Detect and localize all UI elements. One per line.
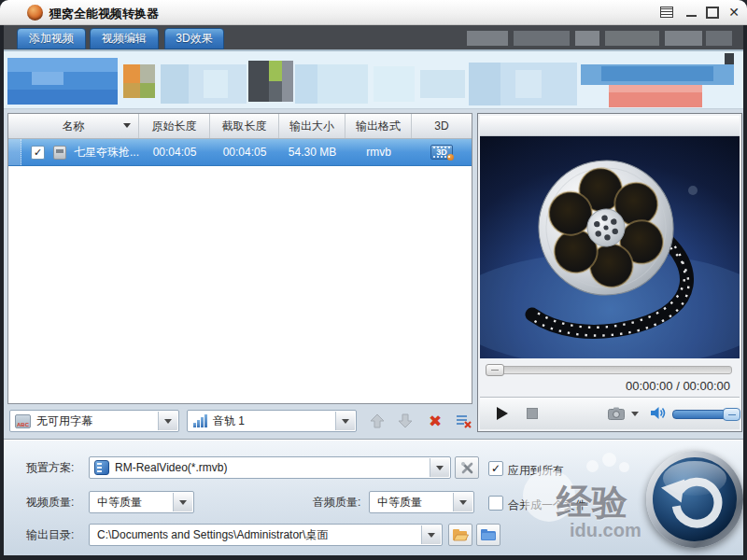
- censored-block: [123, 64, 140, 83]
- open-output-folder-button[interactable]: [448, 524, 472, 546]
- app-window: 狸窝全能视频转换器 ✕ 添加视频 视频编辑 3D效果: [0, 0, 747, 560]
- preset-settings-button[interactable]: [455, 456, 479, 479]
- file-list-panel: 名称 原始长度 截取长度 输出大小 输出格式 3D: [7, 113, 472, 404]
- censored-block: [295, 64, 317, 104]
- preset-select-value: RM-RealVideo(*.rmvb): [115, 461, 227, 474]
- preset-format-icon: [94, 460, 109, 475]
- settings-panel: 预置方案: RM-RealVideo(*.rmvb) 应用到所有 视频质量: 中…: [4, 439, 743, 555]
- video-quality-select[interactable]: 中等质量: [89, 491, 194, 513]
- playback-controls: [480, 397, 740, 429]
- subtitle-select-dropdown[interactable]: [158, 412, 177, 430]
- column-header-original-length[interactable]: 原始长度: [139, 114, 210, 138]
- mute-button[interactable]: [648, 401, 667, 424]
- tools-icon: [460, 461, 474, 475]
- preset-label: 预置方案:: [26, 456, 74, 479]
- preset-select-dropdown[interactable]: [430, 458, 449, 477]
- censored-block: [575, 31, 599, 46]
- subtitle-select-value: 无可用字幕: [36, 413, 92, 429]
- arrow-up-icon: [370, 413, 385, 428]
- watermark-blob: [586, 460, 599, 472]
- censored-block: [140, 64, 155, 83]
- column-header-output-format[interactable]: 输出格式: [345, 114, 412, 138]
- video-quality-dropdown[interactable]: [173, 493, 192, 511]
- close-icon: ✕: [728, 6, 740, 19]
- preview-header-strip: [480, 116, 740, 136]
- seek-slider[interactable]: [486, 366, 732, 374]
- minimize-icon: [686, 15, 697, 17]
- move-down-button[interactable]: [394, 410, 416, 432]
- row-checkbox[interactable]: [31, 146, 45, 160]
- snapshot-options-button[interactable]: [627, 402, 642, 425]
- output-dir-select[interactable]: C:\Documents and Settings\Administrator\…: [89, 524, 443, 546]
- output-dir-label: 输出目录:: [26, 524, 74, 546]
- apply-to-all-checkbox[interactable]: [488, 461, 503, 476]
- toolbar-censored-region: [4, 51, 743, 109]
- audio-quality-dropdown[interactable]: [453, 493, 472, 511]
- title-bar: 狸窝全能视频转换器 ✕: [0, 0, 747, 25]
- column-header-3d[interactable]: 3D: [412, 114, 472, 138]
- volume-slider[interactable]: [672, 410, 740, 419]
- merge-files-checkbox[interactable]: [488, 496, 503, 511]
- censored-block: [7, 58, 118, 72]
- output-dir-dropdown[interactable]: [421, 525, 441, 544]
- chevron-down-icon: [179, 500, 187, 505]
- main-area: 名称 原始长度 截取长度 输出大小 输出格式 3D: [4, 109, 743, 439]
- audio-quality-select[interactable]: 中等质量: [369, 491, 474, 513]
- audio-track-select-value: 音轨 1: [213, 413, 245, 429]
- arrow-down-icon: [398, 413, 413, 428]
- close-button[interactable]: ✕: [726, 5, 742, 20]
- delete-icon: ✖: [429, 413, 442, 429]
- clear-list-button[interactable]: [452, 410, 474, 432]
- clear-list-icon: [456, 413, 472, 428]
- tab-add-video[interactable]: 添加视频: [17, 28, 86, 49]
- column-header-output-format-label: 输出格式: [356, 119, 401, 134]
- video-preview-area[interactable]: [480, 136, 740, 358]
- tab-add-video-label: 添加视频: [29, 31, 74, 47]
- minimize-button[interactable]: [683, 5, 699, 20]
- tab-3d-effect[interactable]: 3D效果: [164, 28, 224, 49]
- stop-button[interactable]: [521, 402, 543, 425]
- tab-video-edit[interactable]: 视频编辑: [90, 28, 159, 49]
- audio-track-select-dropdown[interactable]: [335, 412, 355, 430]
- stop-icon: [527, 408, 538, 419]
- playback-time: 00:00:00 / 00:00:00: [626, 379, 730, 393]
- table-row[interactable]: 七星夺珠抢... 00:04:05 00:04:05 54.30 MB rmvb…: [8, 139, 472, 166]
- volume-slider-thumb[interactable]: [723, 408, 740, 421]
- censored-block: [706, 31, 732, 46]
- audio-track-select[interactable]: 音轨 1: [187, 410, 357, 432]
- convert-button-face: [653, 457, 737, 541]
- column-header-output-size[interactable]: 输出大小: [279, 114, 345, 138]
- column-header-trim-length[interactable]: 截取长度: [210, 114, 279, 138]
- file-table-header: 名称 原始长度 截取长度 输出大小 输出格式 3D: [8, 114, 472, 139]
- preset-select[interactable]: RM-RealVideo(*.rmvb): [89, 456, 451, 479]
- sort-arrow-icon: [123, 123, 131, 128]
- 3d-badge-dot: [447, 154, 454, 161]
- censored-block: [161, 64, 189, 104]
- convert-button-gloss: [663, 461, 726, 497]
- maximize-button[interactable]: [704, 5, 721, 20]
- seek-slider-thumb[interactable]: [486, 364, 504, 376]
- censored-block: [515, 70, 542, 98]
- chevron-down-icon: [342, 419, 349, 424]
- row-trim-length: 00:04:05: [210, 146, 279, 159]
- snapshot-button[interactable]: [605, 402, 627, 425]
- delete-file-button[interactable]: ✖: [424, 410, 446, 432]
- chevron-down-icon: [459, 500, 467, 505]
- subtitle-select[interactable]: 无可用字幕: [9, 410, 179, 432]
- move-up-button[interactable]: [366, 410, 388, 432]
- browse-folder-button[interactable]: [476, 524, 500, 546]
- play-button[interactable]: [491, 402, 514, 425]
- row-original-length: 00:04:05: [139, 146, 210, 159]
- censored-block: [420, 70, 465, 98]
- watermark-blob: [619, 462, 629, 472]
- column-header-name[interactable]: 名称: [8, 114, 139, 138]
- convert-button[interactable]: [646, 451, 743, 548]
- watermark-blob: [602, 453, 616, 467]
- video-file-icon: [53, 146, 66, 160]
- 3d-settings-icon[interactable]: 3D: [430, 145, 453, 160]
- row-grip: [8, 139, 21, 165]
- chevron-down-icon: [164, 419, 172, 424]
- window-menu-button[interactable]: [658, 5, 675, 20]
- open-folder-icon: [452, 528, 469, 541]
- censored-block: [605, 31, 659, 46]
